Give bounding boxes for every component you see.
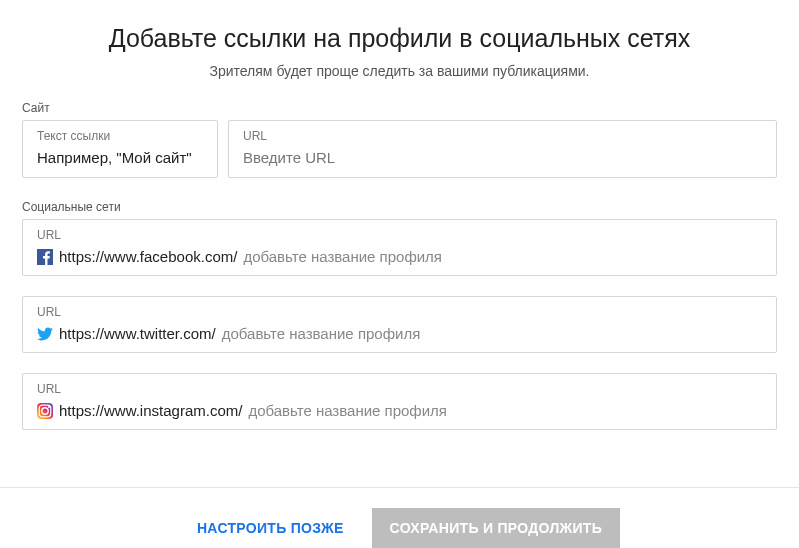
page-title: Добавьте ссылки на профили в социальных … (22, 24, 777, 53)
instagram-icon (37, 403, 53, 419)
site-url-label: URL (243, 129, 762, 143)
social-facebook-field[interactable]: URL https://www.facebook.com/добавьте на… (22, 219, 777, 276)
social-prefix: https://www.twitter.com/ (59, 325, 216, 342)
site-text-label: Текст ссылки (37, 129, 203, 143)
site-text-value: Например, "Мой сайт" (37, 149, 203, 167)
site-url-field[interactable]: URL Введите URL (228, 120, 777, 178)
social-suffix: добавьте название профиля (243, 248, 442, 265)
footer: НАСТРОИТЬ ПОЗЖЕ СОХРАНИТЬ И ПРОДОЛЖИТЬ (0, 487, 799, 548)
setup-later-button[interactable]: НАСТРОИТЬ ПОЗЖЕ (179, 508, 362, 548)
social-suffix: добавьте название профиля (222, 325, 421, 342)
site-text-field[interactable]: Текст ссылки Например, "Мой сайт" (22, 120, 218, 178)
social-prefix: https://www.facebook.com/ (59, 248, 237, 265)
social-url-label: URL (37, 305, 762, 319)
social-suffix: добавьте название профиля (248, 402, 447, 419)
social-instagram-field[interactable]: URL https://www.instagram.com/добавьте н… (22, 373, 777, 430)
social-url-label: URL (37, 382, 762, 396)
page-subtitle: Зрителям будет проще следить за вашими п… (22, 63, 777, 79)
twitter-icon (37, 326, 53, 342)
social-prefix: https://www.instagram.com/ (59, 402, 242, 419)
facebook-icon (37, 249, 53, 265)
social-twitter-field[interactable]: URL https://www.twitter.com/добавьте наз… (22, 296, 777, 353)
site-url-placeholder: Введите URL (243, 149, 762, 167)
social-section-label: Социальные сети (22, 200, 777, 214)
social-url-label: URL (37, 228, 762, 242)
save-continue-button[interactable]: СОХРАНИТЬ И ПРОДОЛЖИТЬ (372, 508, 621, 548)
site-section-label: Сайт (22, 101, 777, 115)
